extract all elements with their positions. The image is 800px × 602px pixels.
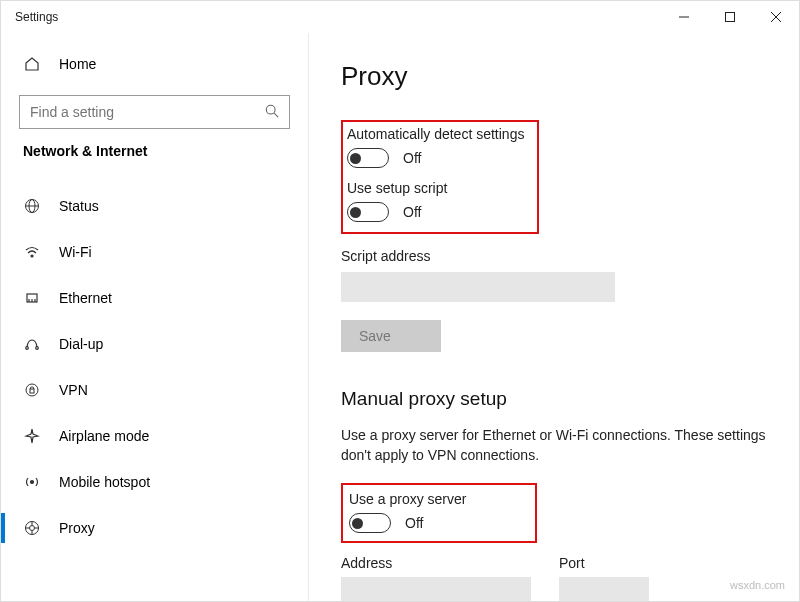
svg-point-14 xyxy=(26,347,29,350)
highlight-auto-section: Automatically detect settings Off Use se… xyxy=(341,120,539,234)
sidebar-item-proxy[interactable]: Proxy xyxy=(1,505,308,551)
sidebar-item-label: Mobile hotspot xyxy=(59,474,150,490)
use-proxy-state: Off xyxy=(405,515,423,531)
manual-section-desc: Use a proxy server for Ethernet or Wi-Fi… xyxy=(341,426,771,465)
globe-icon xyxy=(23,198,41,214)
ethernet-icon xyxy=(23,290,41,306)
sidebar-item-label: Airplane mode xyxy=(59,428,149,444)
window-controls xyxy=(661,1,799,33)
minimize-button[interactable] xyxy=(661,1,707,33)
port-label: Port xyxy=(559,555,649,571)
port-input[interactable] xyxy=(559,577,649,601)
address-label: Address xyxy=(341,555,531,571)
sidebar-item-hotspot[interactable]: Mobile hotspot xyxy=(1,459,308,505)
home-icon xyxy=(23,56,41,72)
sidebar-item-label: VPN xyxy=(59,382,88,398)
window-title: Settings xyxy=(15,10,58,24)
maximize-button[interactable] xyxy=(707,1,753,33)
watermark: wsxdn.com xyxy=(730,579,785,591)
script-address-input[interactable] xyxy=(341,272,615,302)
auto-detect-toggle[interactable] xyxy=(347,148,389,168)
svg-rect-1 xyxy=(726,13,735,22)
save-button[interactable]: Save xyxy=(341,320,441,352)
dialup-icon xyxy=(23,336,41,352)
setup-script-state: Off xyxy=(403,204,421,220)
svg-point-18 xyxy=(31,481,34,484)
svg-point-9 xyxy=(31,255,33,257)
svg-point-15 xyxy=(36,347,39,350)
airplane-icon xyxy=(23,428,41,444)
proxy-icon xyxy=(23,520,41,536)
script-address-label: Script address xyxy=(341,248,767,264)
sidebar-item-home[interactable]: Home xyxy=(1,43,308,85)
auto-detect-state: Off xyxy=(403,150,421,166)
category-title: Network & Internet xyxy=(1,143,308,159)
setup-script-label: Use setup script xyxy=(347,180,529,196)
svg-line-5 xyxy=(274,113,278,117)
wifi-icon xyxy=(23,244,41,260)
sidebar-item-airplane[interactable]: Airplane mode xyxy=(1,413,308,459)
hotspot-icon xyxy=(23,474,41,490)
sidebar-item-label: Proxy xyxy=(59,520,95,536)
sidebar-item-wifi[interactable]: Wi-Fi xyxy=(1,229,308,275)
sidebar-item-label: Wi-Fi xyxy=(59,244,92,260)
highlight-proxy-toggle: Use a proxy server Off xyxy=(341,483,537,543)
sidebar-item-label: Dial-up xyxy=(59,336,103,352)
use-proxy-toggle[interactable] xyxy=(349,513,391,533)
home-label: Home xyxy=(59,56,96,72)
sidebar-item-ethernet[interactable]: Ethernet xyxy=(1,275,308,321)
main-pane: Proxy Automatically detect settings Off … xyxy=(309,33,799,601)
search-icon xyxy=(265,104,279,121)
sidebar-item-vpn[interactable]: VPN xyxy=(1,367,308,413)
manual-section-title: Manual proxy setup xyxy=(341,388,767,410)
address-input[interactable] xyxy=(341,577,531,601)
titlebar: Settings xyxy=(1,1,799,33)
search-field[interactable] xyxy=(30,104,265,120)
sidebar: Home Network & Internet Status Wi-Fi Eth… xyxy=(1,33,309,601)
svg-rect-17 xyxy=(30,389,34,393)
search-input[interactable] xyxy=(19,95,290,129)
sidebar-item-status[interactable]: Status xyxy=(1,183,308,229)
close-button[interactable] xyxy=(753,1,799,33)
sidebar-item-label: Status xyxy=(59,198,99,214)
use-proxy-label: Use a proxy server xyxy=(349,491,527,507)
svg-point-20 xyxy=(30,526,35,531)
svg-point-4 xyxy=(266,105,275,114)
sidebar-item-dialup[interactable]: Dial-up xyxy=(1,321,308,367)
auto-detect-label: Automatically detect settings xyxy=(347,126,529,142)
page-title: Proxy xyxy=(341,61,767,92)
setup-script-toggle[interactable] xyxy=(347,202,389,222)
svg-point-16 xyxy=(26,384,38,396)
sidebar-item-label: Ethernet xyxy=(59,290,112,306)
vpn-icon xyxy=(23,382,41,398)
